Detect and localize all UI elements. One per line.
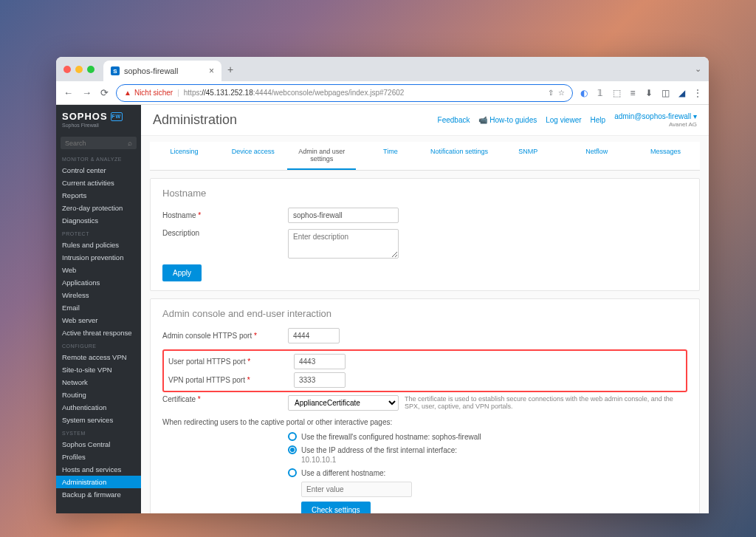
url-path: :4444/webconsole/webpages/index.jsp#7260… — [253, 89, 405, 97]
content-scroll[interactable]: Hostname Hostname * Description Apply Ad… — [141, 171, 709, 513]
sidebar-search[interactable]: ⌕ — [61, 137, 137, 149]
sidebar-item-rules-and-policies[interactable]: Rules and policies — [56, 239, 141, 251]
maximize-window-button[interactable] — [87, 66, 94, 73]
new-tab-button[interactable]: + — [227, 64, 233, 75]
close-window-button[interactable] — [63, 66, 71, 73]
feedback-link[interactable]: Feedback — [438, 116, 470, 124]
sidebar: SOPHOS FW Sophos Firewall ⌕ MONITOR & AN… — [56, 105, 141, 513]
radio-icon — [288, 468, 297, 477]
sidebar-item-profiles[interactable]: Profiles — [56, 451, 141, 463]
sidebar-item-current-activities[interactable]: Current activities — [56, 177, 141, 189]
user-port-input[interactable] — [294, 354, 346, 369]
bookmark-icon[interactable]: ☆ — [558, 89, 565, 97]
brand-subtitle: Sophos Firewall — [62, 123, 135, 128]
app-container: SOPHOS FW Sophos Firewall ⌕ MONITOR & AN… — [56, 105, 709, 513]
sidebar-item-zero-day-protection[interactable]: Zero-day protection — [56, 202, 141, 214]
insecure-icon: ▲ — [124, 89, 131, 97]
sidebar-item-backup-firmware[interactable]: Backup & firmware — [56, 488, 141, 501]
browser-toolbar: ← → ⟳ ▲ Nicht sicher | https ://45.131.2… — [56, 81, 709, 105]
user-port-label: User portal HTTPS port * — [168, 358, 294, 366]
radio-hostname[interactable]: Use the firewall's configured hostname: … — [288, 432, 687, 441]
browser-menu-icon[interactable]: ⋮ — [693, 88, 703, 98]
sidebar-item-system-services[interactable]: System services — [56, 414, 141, 426]
page-title: Administration — [153, 112, 237, 128]
sidebar-item-hosts-and-services[interactable]: Hosts and services — [56, 463, 141, 476]
certificate-select[interactable]: ApplianceCertificate — [288, 395, 399, 411]
sidebar-item-site-to-site-vpn[interactable]: Site-to-site VPN — [56, 363, 141, 376]
tabs-bar: LicensingDevice accessAdmin and user set… — [150, 142, 700, 171]
ext-icon-2[interactable]: 𝟙 — [595, 88, 605, 98]
tab-device-access[interactable]: Device access — [219, 142, 287, 170]
forward-button[interactable]: → — [80, 86, 93, 100]
sidebar-item-routing[interactable]: Routing — [56, 389, 141, 401]
tab-close-button[interactable]: × — [209, 66, 214, 76]
sidebar-section-header: SYSTEM — [56, 426, 141, 438]
brand-logo: SOPHOS FW — [62, 111, 135, 122]
url-host: ://45.131.252.18 — [199, 89, 252, 97]
sidebar-item-administration[interactable]: Administration — [56, 476, 141, 488]
back-button[interactable]: ← — [62, 86, 75, 100]
ext-icon-5[interactable]: ◫ — [660, 88, 670, 98]
extensions-icon[interactable]: ⬚ — [611, 88, 622, 98]
tab-notification-settings[interactable]: Notification settings — [425, 142, 494, 170]
sidebar-item-applications[interactable]: Applications — [56, 276, 141, 289]
panel-title-hostname: Hostname — [162, 188, 687, 199]
sidebar-search-input[interactable] — [65, 140, 128, 147]
ext-icon-6[interactable]: ◢ — [676, 88, 687, 98]
sidebar-item-diagnostics[interactable]: Diagnostics — [56, 214, 141, 227]
ext-icon-1[interactable]: ◐ — [579, 88, 589, 98]
description-label: Description — [162, 229, 288, 237]
sidebar-item-authentication[interactable]: Authentication — [56, 401, 141, 414]
check-settings-button[interactable]: Check settings — [301, 502, 371, 513]
sidebar-item-control-center[interactable]: Control center — [56, 164, 141, 177]
sidebar-item-web-server[interactable]: Web server — [56, 314, 141, 326]
sidebar-item-sophos-central[interactable]: Sophos Central — [56, 438, 141, 451]
vpn-port-input[interactable] — [294, 372, 346, 388]
minimize-window-button[interactable] — [75, 66, 83, 73]
apply-hostname-button[interactable]: Apply — [162, 264, 202, 281]
sidebar-item-active-threat-response[interactable]: Active threat response — [56, 326, 141, 339]
hostname-input[interactable] — [288, 208, 399, 223]
ext-icon-3[interactable]: ≡ — [628, 88, 638, 98]
radio-ip-value: 10.10.10.1 — [301, 456, 687, 464]
tab-admin-and-user-settings[interactable]: Admin and user settings — [287, 142, 356, 170]
tab-messages[interactable]: Messages — [631, 142, 700, 170]
sidebar-item-reports[interactable]: Reports — [56, 189, 141, 202]
tab-time[interactable]: Time — [356, 142, 425, 170]
header-links: Feedback 📹 How-to guides Log viewer Help… — [438, 112, 697, 128]
tab-netflow[interactable]: Netflow — [563, 142, 631, 170]
certificate-label: Certificate * — [162, 395, 288, 403]
user-menu[interactable]: admin@sophos-firewall ▾ Avanet AG — [614, 112, 697, 128]
user-org: Avanet AG — [669, 121, 697, 128]
address-bar[interactable]: ▲ Nicht sicher | https ://45.131.252.18 … — [116, 84, 573, 102]
admin-port-input[interactable] — [288, 328, 340, 343]
browser-tab[interactable]: S sophos-firewall × — [103, 61, 221, 81]
radio-ip[interactable]: Use the IP address of the first internal… — [288, 445, 687, 454]
browser-window: S sophos-firewall × + ⌄ ← → ⟳ ▲ Nicht si… — [56, 57, 709, 513]
traffic-lights — [63, 66, 94, 73]
custom-hostname-input[interactable] — [301, 482, 412, 497]
sidebar-item-network[interactable]: Network — [56, 376, 141, 389]
main-area: Administration Feedback 📹 How-to guides … — [141, 105, 709, 513]
sidebar-item-remote-access-vpn[interactable]: Remote access VPN — [56, 351, 141, 363]
tabs-dropdown[interactable]: ⌄ — [695, 64, 701, 74]
share-icon[interactable]: ⇧ — [548, 89, 554, 97]
sidebar-item-intrusion-prevention[interactable]: Intrusion prevention — [56, 251, 141, 264]
description-textarea[interactable] — [288, 229, 399, 259]
top-header: Administration Feedback 📹 How-to guides … — [141, 105, 709, 136]
tab-licensing[interactable]: Licensing — [150, 142, 219, 170]
tab-snmp[interactable]: SNMP — [494, 142, 563, 170]
sidebar-item-wireless[interactable]: Wireless — [56, 289, 141, 301]
reload-button[interactable]: ⟳ — [99, 86, 110, 100]
sidebar-item-web[interactable]: Web — [56, 264, 141, 276]
redirect-label: When redirecting users to the captive po… — [162, 418, 687, 426]
sidebar-section-header: PROTECT — [56, 227, 141, 239]
sidebar-header: SOPHOS FW Sophos Firewall — [56, 105, 141, 134]
log-viewer-link[interactable]: Log viewer — [546, 116, 581, 124]
howto-link[interactable]: 📹 How-to guides — [478, 116, 537, 124]
hostname-panel: Hostname Hostname * Description Apply — [150, 178, 700, 291]
ext-icon-4[interactable]: ⬇ — [644, 88, 654, 98]
sidebar-item-email[interactable]: Email — [56, 301, 141, 314]
help-link[interactable]: Help — [591, 116, 606, 124]
radio-custom[interactable]: Use a different hostname: — [288, 468, 687, 477]
